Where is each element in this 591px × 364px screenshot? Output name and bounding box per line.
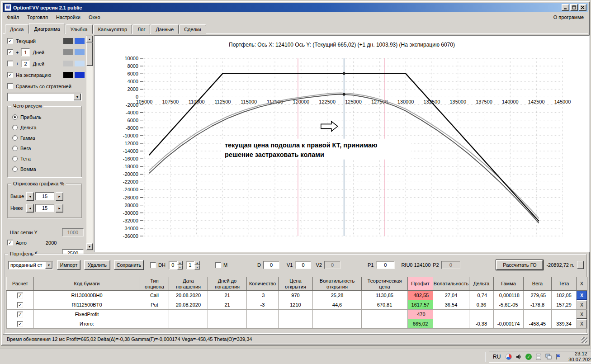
menu-item[interactable]: Окно bbox=[85, 13, 104, 21]
color-swatch[interactable] bbox=[75, 38, 85, 44]
svg-text:-22000: -22000 bbox=[123, 179, 138, 184]
tab-4[interactable]: Лог bbox=[132, 24, 150, 34]
range-group-title: Отрисовка графика % bbox=[11, 181, 66, 186]
maximize-button[interactable] bbox=[570, 4, 578, 11]
series-checkbox[interactable] bbox=[7, 72, 13, 78]
tab-1[interactable]: Диаграмма bbox=[29, 23, 65, 34]
color-swatch[interactable] bbox=[75, 49, 85, 55]
draw-option-row: Прибыль bbox=[8, 112, 81, 122]
menu-about[interactable]: О программе bbox=[549, 13, 588, 21]
draw-option-label: Гамма bbox=[20, 135, 35, 141]
increase-button[interactable]: ► bbox=[56, 192, 63, 201]
tray-app-icon[interactable] bbox=[505, 353, 512, 360]
row-calc-checkbox[interactable] bbox=[17, 293, 23, 298]
settings-scrollbar[interactable]: ▲ ▼ bbox=[86, 35, 93, 251]
dh-spinner-1[interactable]: 0▲▼ bbox=[169, 261, 183, 269]
draw-radio[interactable] bbox=[12, 166, 18, 172]
import-button[interactable]: Импорт bbox=[57, 260, 80, 270]
tab-0[interactable]: Доска bbox=[5, 24, 28, 34]
row-delete-button[interactable]: Х bbox=[577, 319, 587, 328]
color-swatch[interactable] bbox=[75, 72, 85, 78]
strategy-select[interactable]: проданный ст ▼ bbox=[8, 261, 53, 269]
menu-item[interactable]: Торговля bbox=[23, 13, 52, 21]
scroll-thumb[interactable] bbox=[86, 43, 93, 66]
days-input[interactable]: 2 bbox=[21, 60, 30, 68]
p1-input[interactable]: 0 bbox=[376, 261, 395, 269]
menu-item[interactable]: Настройки bbox=[52, 13, 85, 21]
chevron-down-icon[interactable]: ▼ bbox=[74, 94, 81, 100]
draw-radio[interactable] bbox=[12, 125, 18, 130]
increase-button[interactable]: ► bbox=[56, 204, 63, 213]
close-button[interactable] bbox=[579, 4, 586, 11]
decrease-button[interactable]: ◄ bbox=[26, 192, 34, 201]
extra-mini-button[interactable] bbox=[577, 261, 584, 269]
flag-icon[interactable] bbox=[555, 353, 562, 360]
cell: RI130000BH0 bbox=[34, 291, 140, 300]
series-checkbox[interactable] bbox=[7, 38, 13, 44]
tab-2[interactable]: Улыбка bbox=[66, 24, 93, 34]
row-delete-button[interactable]: Х bbox=[577, 291, 587, 300]
payoff-chart[interactable]: 1000080006000400020000-2000-4000-6000-80… bbox=[95, 52, 589, 250]
row-delete-button[interactable]: Х bbox=[577, 310, 587, 319]
dh-spinner-2[interactable]: 1▲▼ bbox=[186, 261, 200, 269]
volume-icon[interactable] bbox=[515, 353, 522, 360]
range-input[interactable]: 15 bbox=[35, 192, 54, 200]
chevron-down-icon[interactable]: ▼ bbox=[45, 262, 52, 269]
color-swatch[interactable] bbox=[63, 61, 73, 66]
save-button[interactable]: Сохранить bbox=[114, 260, 144, 270]
scroll-track[interactable] bbox=[86, 43, 93, 243]
compare-strategy-select[interactable]: ▼ bbox=[7, 93, 82, 101]
p2-input[interactable]: 0 bbox=[441, 261, 460, 269]
dh-checkbox[interactable] bbox=[150, 262, 156, 268]
tab-3[interactable]: Калькулятор bbox=[93, 24, 132, 34]
clock[interactable]: 23:12 30.07.2020 bbox=[568, 351, 591, 363]
row-delete-button[interactable]: Х bbox=[577, 300, 587, 309]
color-swatch[interactable] bbox=[63, 49, 73, 55]
scroll-up-button[interactable]: ▲ bbox=[86, 36, 93, 43]
draw-radio[interactable] bbox=[12, 114, 18, 120]
grid-y-input[interactable]: 1000 bbox=[62, 228, 84, 236]
cell bbox=[433, 319, 469, 329]
table-row: FixedProfit-470Х bbox=[7, 310, 587, 319]
decrease-button[interactable]: ◄ bbox=[26, 204, 34, 213]
d-label: D bbox=[257, 262, 261, 268]
series-checkbox[interactable] bbox=[7, 61, 13, 66]
color-swatch[interactable] bbox=[75, 61, 85, 66]
v2-input[interactable]: 0 bbox=[324, 261, 340, 269]
shield-check-icon[interactable]: ✓ bbox=[525, 353, 532, 360]
color-swatch[interactable] bbox=[63, 38, 73, 44]
spin-down-icon[interactable]: ▼ bbox=[194, 265, 200, 269]
days-input[interactable]: 1 bbox=[21, 48, 30, 57]
draw-radio[interactable] bbox=[12, 146, 18, 151]
draw-groupbox: Чего рисуем ПрибыльДельтаГаммаВегаТетаВо… bbox=[7, 106, 82, 177]
tab-6[interactable]: Сделки bbox=[179, 24, 206, 34]
range-input[interactable]: 15 bbox=[35, 204, 54, 212]
compare-checkbox[interactable] bbox=[7, 83, 13, 89]
spin-up-icon[interactable]: ▲ bbox=[177, 261, 183, 265]
row-calc-checkbox[interactable] bbox=[17, 312, 23, 317]
draw-radio[interactable] bbox=[12, 135, 18, 141]
row-calc-checkbox[interactable] bbox=[17, 321, 23, 327]
row-calc-checkbox[interactable] bbox=[17, 302, 23, 308]
network-icon[interactable] bbox=[545, 353, 552, 360]
minimize-button[interactable] bbox=[562, 4, 569, 11]
series-checkbox[interactable] bbox=[7, 49, 13, 55]
delete-button[interactable]: Удалить bbox=[84, 260, 110, 270]
cell: 20.08.2020 bbox=[169, 291, 208, 300]
clipboard-icon[interactable] bbox=[535, 353, 542, 360]
auto-checkbox[interactable] bbox=[7, 240, 13, 246]
spin-down-icon[interactable]: ▼ bbox=[177, 265, 183, 269]
color-swatch[interactable] bbox=[63, 72, 73, 78]
scroll-down-button[interactable]: ▼ bbox=[86, 243, 93, 250]
tab-5[interactable]: Данные bbox=[151, 24, 179, 34]
spin-up-icon[interactable]: ▲ bbox=[194, 261, 200, 265]
d-input[interactable]: 0 bbox=[263, 261, 279, 269]
m-label: М bbox=[223, 262, 227, 268]
menu-item[interactable]: Файл bbox=[3, 13, 23, 21]
language-indicator[interactable]: RU bbox=[493, 354, 501, 360]
v1-input[interactable]: 0 bbox=[295, 261, 311, 269]
draw-radio[interactable] bbox=[12, 156, 18, 161]
calc-go-button[interactable]: Рассчитать ГО bbox=[496, 260, 543, 270]
m-checkbox[interactable] bbox=[215, 262, 221, 268]
resize-grip[interactable] bbox=[582, 337, 587, 343]
